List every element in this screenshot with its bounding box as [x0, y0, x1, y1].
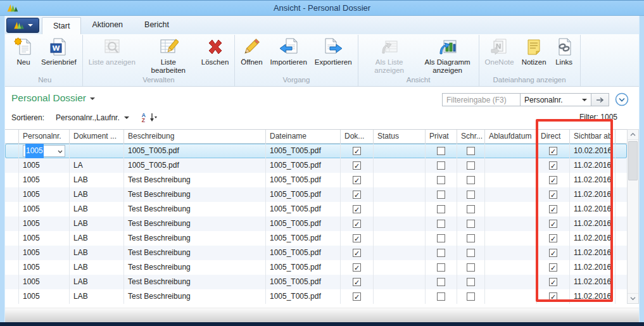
cell-dok[interactable]: ✓: [341, 187, 374, 202]
cell-status[interactable]: [374, 158, 426, 173]
table-row[interactable]: 1005 LAB Test Beschreibung 1005_T005.pdf…: [5, 216, 627, 231]
cell-direct[interactable]: ✓: [537, 173, 570, 187]
cell-dateiname[interactable]: 1005_T005.pdf: [266, 231, 341, 246]
cell-dokument[interactable]: LAB: [70, 260, 124, 275]
cell-schr[interactable]: [457, 289, 485, 304]
checkbox[interactable]: [467, 220, 475, 228]
checkbox[interactable]: [437, 234, 445, 242]
cell-dateiname[interactable]: 1005_T005.pdf: [266, 260, 341, 275]
tab-start[interactable]: Start: [42, 17, 81, 34]
neu-button[interactable]: Neu: [9, 35, 37, 66]
cell-privat[interactable]: [426, 275, 457, 289]
column-header-personalnr[interactable]: Personalnr.: [19, 130, 70, 143]
loeschen-button[interactable]: Löschen: [198, 35, 232, 66]
table-row[interactable]: 1005 LAB Test Beschreibung 1005_T005.pdf…: [5, 187, 627, 202]
checkbox[interactable]: ✓: [549, 249, 557, 257]
cell-dok[interactable]: ✓: [341, 144, 374, 158]
column-header-dok[interactable]: Dok...: [341, 130, 374, 143]
cell-direct[interactable]: ✓: [537, 275, 570, 289]
cell-schr[interactable]: [457, 173, 485, 187]
table-row[interactable]: 1005 LAB Test Beschreibung 1005_T005.pdf…: [5, 275, 627, 289]
cell-schr[interactable]: [457, 275, 485, 289]
cell-sichtbar-ab[interactable]: 11.02.2016: [570, 260, 616, 275]
cell-beschreibung[interactable]: Test Beschreibung: [124, 187, 266, 202]
tab-bericht[interactable]: Bericht: [134, 16, 180, 34]
cell-direct[interactable]: ✓: [537, 202, 570, 216]
cell-privat[interactable]: [426, 231, 457, 246]
checkbox[interactable]: ✓: [353, 176, 361, 184]
liste-anzeigen-button[interactable]: Liste anzeigen: [85, 35, 139, 66]
checkbox[interactable]: [467, 191, 475, 199]
checkbox[interactable]: ✓: [353, 205, 361, 213]
cell-status[interactable]: [374, 231, 426, 246]
cell-status[interactable]: [374, 187, 426, 202]
vertical-scrollbar[interactable]: [627, 129, 639, 304]
cell-personalnr[interactable]: 1005: [19, 289, 70, 304]
checkbox[interactable]: [437, 161, 445, 170]
checkbox[interactable]: ✓: [549, 205, 557, 213]
importieren-button[interactable]: Importieren: [267, 35, 311, 66]
cell-dok[interactable]: ✓: [341, 173, 374, 187]
checkbox[interactable]: ✓: [549, 161, 557, 170]
cell-dok[interactable]: ✓: [341, 289, 374, 304]
cell-status[interactable]: [374, 246, 426, 260]
checkbox[interactable]: ✓: [353, 263, 361, 272]
column-header-status[interactable]: Status: [374, 130, 426, 143]
onenote-button[interactable]: N OneNote: [481, 35, 518, 66]
cell-ablaufdatum[interactable]: [485, 289, 537, 304]
cell-dokument[interactable]: LA: [70, 158, 124, 173]
table-row[interactable]: 1005 LAB Test Beschreibung 1005_T005.pdf…: [5, 173, 627, 187]
cell-schr[interactable]: [457, 144, 485, 158]
als-diagramm-anzeigen-button[interactable]: Als Diagramm anzeigen: [419, 35, 477, 75]
checkbox[interactable]: ✓: [549, 234, 557, 242]
cell-direct[interactable]: ✓: [537, 187, 570, 202]
cell-schr[interactable]: [457, 260, 485, 275]
column-header-schr[interactable]: Schr...: [457, 130, 485, 143]
checkbox[interactable]: [467, 176, 475, 184]
cell-ablaufdatum[interactable]: [485, 246, 537, 260]
cell-sichtbar-ab[interactable]: 11.02.2016: [570, 246, 616, 260]
cell-beschreibung[interactable]: Test Beschreibung: [124, 231, 266, 246]
cell-status[interactable]: [374, 216, 426, 231]
cell-status[interactable]: [374, 275, 426, 289]
checkbox[interactable]: ✓: [549, 220, 557, 228]
cell-dateiname[interactable]: 1005_T005.pdf: [266, 158, 341, 173]
checkbox[interactable]: ✓: [353, 234, 361, 242]
cell-dokument[interactable]: [70, 144, 124, 158]
table-row[interactable]: 1005 LAB Test Beschreibung 1005_T005.pdf…: [5, 260, 627, 275]
cell-privat[interactable]: [426, 158, 457, 173]
cell-privat[interactable]: [426, 187, 457, 202]
cell-direct[interactable]: ✓: [537, 216, 570, 231]
cell-ablaufdatum[interactable]: [485, 187, 537, 202]
checkbox[interactable]: ✓: [549, 191, 557, 199]
sort-direction-arrow-icon[interactable]: [149, 113, 157, 122]
column-header-direct[interactable]: Direct: [537, 130, 570, 143]
scroll-up-button[interactable]: [628, 130, 638, 140]
cell-schr[interactable]: [457, 246, 485, 260]
sort-field-dropdown[interactable]: Personalnr.,Laufnr.: [56, 113, 129, 122]
cell-privat[interactable]: [426, 246, 457, 260]
checkbox[interactable]: [437, 191, 445, 199]
cell-dokument[interactable]: LAB: [70, 173, 124, 187]
checkbox[interactable]: [437, 263, 445, 272]
cell-personalnr[interactable]: 1005: [19, 144, 70, 158]
cell-sichtbar-ab[interactable]: 11.02.2016: [570, 187, 616, 202]
checkbox[interactable]: ✓: [353, 292, 361, 301]
cell-schr[interactable]: [457, 202, 485, 216]
cell-dok[interactable]: ✓: [341, 158, 374, 173]
checkbox[interactable]: [467, 278, 475, 286]
scroll-down-button[interactable]: [628, 293, 638, 303]
cell-sichtbar-ab[interactable]: 11.02.2016: [570, 289, 616, 304]
cell-beschreibung[interactable]: 1005_T005.pdf: [124, 158, 266, 173]
cell-beschreibung[interactable]: Test Beschreibung: [124, 202, 266, 216]
notizen-button[interactable]: Notizen: [518, 35, 550, 66]
cell-direct[interactable]: ✓: [537, 158, 570, 173]
table-row[interactable]: 1005 LAB Test Beschreibung 1005_T005.pdf…: [5, 202, 627, 216]
cell-schr[interactable]: [457, 187, 485, 202]
cell-sichtbar-ab[interactable]: 11.02.2016: [570, 158, 616, 173]
cell-privat[interactable]: [426, 289, 457, 304]
checkbox[interactable]: [437, 176, 445, 184]
chevron-down-icon[interactable]: [58, 144, 63, 158]
application-menu-button[interactable]: [6, 18, 39, 33]
liste-bearbeiten-button[interactable]: Liste bearbeiten: [139, 35, 198, 75]
